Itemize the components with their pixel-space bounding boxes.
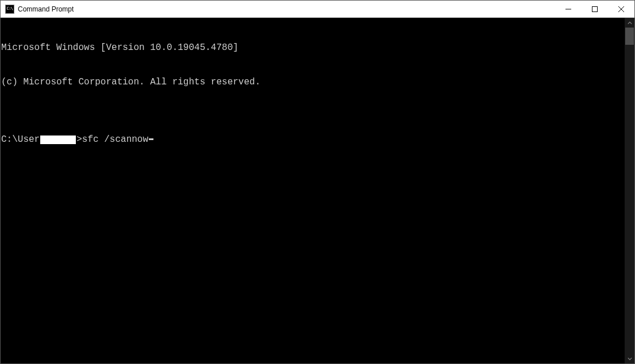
copyright-line: (c) Microsoft Corporation. All rights re… (1, 76, 625, 88)
close-button[interactable] (608, 1, 634, 17)
cursor-icon (149, 138, 153, 140)
cmd-icon-label: C:\ (6, 7, 13, 11)
redacted-username (40, 135, 76, 144)
maximize-icon (592, 6, 598, 12)
scroll-thumb[interactable] (625, 28, 634, 45)
prompt-prefix: C:\User (1, 134, 40, 145)
window-controls (555, 1, 634, 17)
close-icon (618, 6, 624, 12)
prompt-suffix: > (76, 134, 82, 145)
scroll-down-button[interactable] (625, 354, 634, 363)
content-area: Microsoft Windows [Version 10.0.19045.47… (1, 18, 634, 363)
vertical-scrollbar[interactable] (625, 18, 634, 363)
maximize-button[interactable] (582, 1, 608, 17)
terminal-output[interactable]: Microsoft Windows [Version 10.0.19045.47… (1, 18, 625, 363)
titlebar[interactable]: C:\ Command Prompt (1, 1, 634, 18)
window-title: Command Prompt (18, 5, 74, 13)
svg-rect-1 (592, 6, 598, 11)
cmd-icon: C:\ (5, 5, 14, 14)
minimize-button[interactable] (555, 1, 582, 17)
command-text: sfc /scannow (82, 134, 148, 145)
chevron-down-icon (628, 357, 632, 361)
minimize-icon (565, 6, 571, 12)
version-line: Microsoft Windows [Version 10.0.19045.47… (1, 42, 625, 53)
chevron-up-icon (628, 21, 632, 25)
scroll-up-button[interactable] (625, 18, 634, 28)
prompt-line: C:\User>sfc /scannow (1, 134, 625, 145)
command-prompt-window: C:\ Command Prompt (0, 0, 635, 364)
